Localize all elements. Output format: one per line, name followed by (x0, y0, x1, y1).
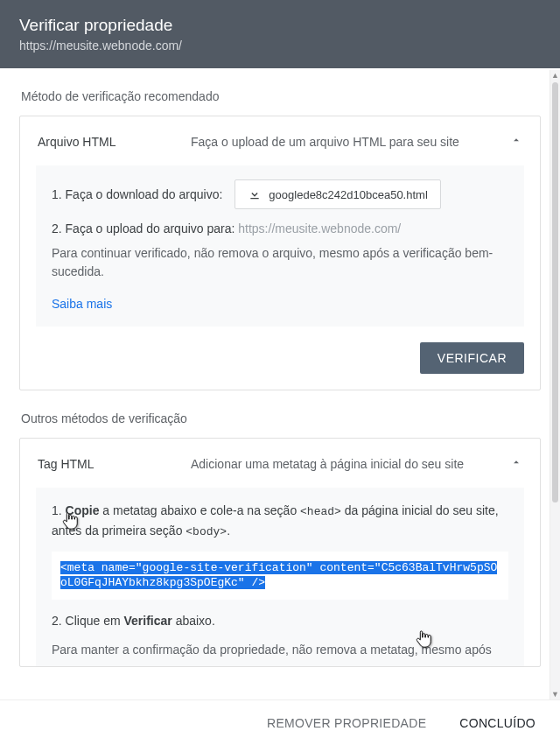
keep-file-note: Para continuar verificado, não remova o … (52, 244, 508, 281)
section-recommended-heading: Método de verificação recomendado (19, 68, 541, 116)
scrollbar-thumb[interactable] (552, 82, 558, 503)
download-file-button[interactable]: googlede8c242d10bcea50.html (234, 179, 440, 209)
download-icon (248, 187, 262, 201)
tag-step-2: 2. Clique em Verificar abaixo. (52, 612, 508, 631)
meta-tag-selected-text: <meta name="google-site-verification" co… (60, 561, 497, 590)
method-card-header[interactable]: Tag HTML Adicionar uma metatag à página … (20, 439, 540, 488)
vertical-scrollbar[interactable]: ▲ ▼ (550, 70, 560, 699)
method-card-header[interactable]: Arquivo HTML Faça o upload de um arquivo… (20, 116, 540, 165)
scrollbar-up-arrow-icon[interactable]: ▲ (550, 70, 560, 81)
dialog-body-scroll[interactable]: Método de verificação recomendado Arquiv… (0, 68, 560, 699)
meta-tag-code-box[interactable]: <meta name="google-site-verification" co… (52, 552, 508, 600)
method-title: Arquivo HTML (38, 135, 191, 149)
keep-tag-note: Para manter a confirmação da propriedade… (52, 641, 508, 659)
dialog-subtitle: https://meusite.webnode.com/ (19, 39, 541, 53)
download-file-name: googlede8c242d10bcea50.html (269, 188, 427, 201)
verify-button[interactable]: VERIFICAR (420, 342, 524, 374)
method-title: Tag HTML (38, 457, 191, 471)
method-description: Adicionar uma metatag à página inicial d… (191, 456, 505, 472)
remove-property-button[interactable]: REMOVER PROPRIEDADE (262, 709, 431, 737)
upload-target-url: https://meusite.webnode.com/ (238, 221, 401, 235)
method-description: Faça o upload de um arquivo HTML para se… (191, 134, 505, 150)
step-1-label: 1. Faça o download do arquivo: (52, 187, 222, 201)
chevron-up-icon (505, 456, 522, 472)
done-button[interactable]: CONCLUÍDO (454, 709, 541, 737)
method-card-body: 1. Copie a metatag abaixo e cole-a na se… (36, 488, 524, 666)
dialog-header: Verificar propriedade https://meusite.we… (0, 0, 560, 68)
dialog-footer: REMOVER PROPRIEDADE CONCLUÍDO (0, 699, 560, 745)
method-card-html-tag: Tag HTML Adicionar uma metatag à página … (19, 438, 541, 667)
tag-step-1: 1. Copie a metatag abaixo e cole-a na se… (52, 502, 508, 540)
section-other-heading: Outros métodos de verificação (19, 390, 541, 438)
scrollbar-down-arrow-icon[interactable]: ▼ (550, 689, 560, 699)
chevron-up-icon (505, 134, 522, 150)
method-card-html-file: Arquivo HTML Faça o upload de um arquivo… (19, 116, 541, 390)
step-2-label: 2. Faça o upload do arquivo para: (52, 221, 234, 235)
method-card-body: 1. Faça o download do arquivo: googlede8… (36, 165, 524, 327)
dialog-title: Verificar propriedade (19, 16, 541, 35)
learn-more-link[interactable]: Saiba mais (52, 297, 112, 311)
